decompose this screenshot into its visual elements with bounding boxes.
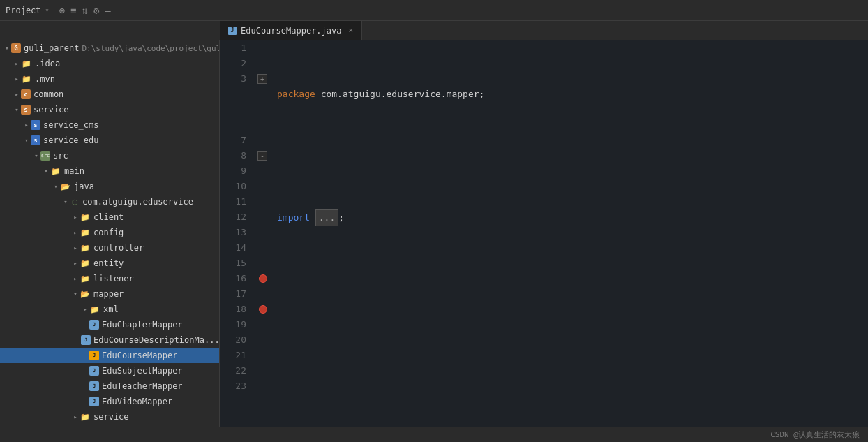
item-label: xml — [103, 304, 119, 314]
sidebar-item-edu-chapter-mapper[interactable]: J EduChapterMapper — [0, 317, 219, 332]
folder-icon — [80, 228, 91, 237]
sidebar-item-edu-subject-mapper[interactable]: J EduSubjectMapper — [0, 363, 219, 378]
sidebar-item-service-cms[interactable]: s service_cms — [0, 117, 219, 133]
sidebar-item-service[interactable]: s service — [0, 102, 219, 117]
fold-icon[interactable]: + — [257, 74, 267, 84]
folder-icon — [80, 259, 91, 267]
sidebar-item-java[interactable]: java — [0, 179, 219, 194]
root-label: guli_parent — [24, 43, 79, 53]
src-icon: src — [40, 151, 50, 161]
module-icon: s — [21, 105, 31, 115]
sidebar-item-service-edu[interactable]: s service_edu — [0, 133, 219, 148]
settings-icon[interactable]: ⚙ — [93, 5, 99, 16]
java-file-icon: J — [89, 320, 99, 330]
item-label: service — [93, 412, 129, 422]
item-label: com.atguigu.eduservice — [82, 197, 193, 207]
arrow-icon — [71, 274, 80, 283]
arrow-icon — [71, 228, 80, 237]
project-label: Project — [6, 6, 41, 15]
sidebar-item-src[interactable]: src src — [0, 148, 219, 163]
item-label: .mvn — [35, 74, 55, 84]
editor-tab[interactable]: J EduCourseMapper.java × — [220, 21, 362, 40]
sidebar-item-mvn[interactable]: .mvn — [0, 71, 219, 87]
arrow-icon — [13, 90, 21, 98]
status-bar: CSDN @认真生活的灰太狼 — [0, 427, 868, 442]
item-label: EduSubjectMapper — [102, 366, 183, 376]
item-label: src — [53, 151, 68, 161]
item-label: entity — [93, 258, 124, 268]
java-file-icon: J — [89, 397, 99, 406]
arrow-icon — [81, 305, 89, 314]
folder-icon — [21, 59, 32, 68]
package-icon: ⬡ — [70, 197, 80, 207]
folder-icon — [21, 75, 32, 83]
breakpoint-icon[interactable] — [259, 305, 267, 314]
sidebar-item-entity[interactable]: entity — [0, 256, 219, 271]
item-label: common — [33, 89, 63, 99]
sidebar-item-config[interactable]: config — [0, 225, 219, 240]
arrow-icon — [22, 136, 31, 145]
java-file-icon: J — [81, 335, 91, 345]
tab-close-button[interactable]: × — [349, 26, 354, 35]
sidebar-item-idea[interactable]: .idea — [0, 56, 219, 71]
item-label: config — [93, 228, 124, 237]
item-label: EduVideoMapper — [102, 397, 172, 406]
fold-icon[interactable]: - — [257, 151, 267, 161]
code-line-2 — [277, 148, 868, 163]
sidebar-item-main[interactable]: main — [0, 163, 219, 179]
root-module-icon: G — [11, 43, 21, 53]
java-file-icon: J — [89, 366, 99, 376]
module-icon: c — [21, 89, 31, 99]
item-label: controller — [93, 243, 144, 253]
list-icon[interactable]: ≡ — [70, 5, 76, 16]
sidebar-item-service-sub[interactable]: service — [0, 409, 219, 425]
arrow-icon — [3, 44, 11, 52]
project-dropdown-icon[interactable]: ▾ — [45, 6, 50, 14]
title-bar: Project ▾ ⊕ ≡ ⇅ ⚙ — — [0, 0, 868, 21]
code-area[interactable]: 1 2 3 4 5 6 7 8 9 10 11 12 13 14 15 16 1… — [220, 40, 868, 427]
folder-icon — [60, 182, 71, 191]
sidebar-item-xml[interactable]: xml — [0, 302, 219, 317]
watermark-text: CSDN @认真生活的灰太狼 — [770, 429, 860, 440]
sidebar-item-mapper[interactable]: mapper — [0, 286, 219, 302]
item-label: client — [93, 212, 124, 222]
item-label: EduCourseMapper — [102, 351, 177, 360]
folder-icon — [80, 413, 91, 421]
item-label: service — [33, 105, 69, 115]
line-numbers: 1 2 3 4 5 6 7 8 9 10 11 12 13 14 15 16 1… — [220, 40, 255, 427]
sidebar-item-common[interactable]: c common — [0, 87, 219, 102]
sidebar-item-edu-teacher-mapper[interactable]: J EduTeacherMapper — [0, 378, 219, 394]
item-label: main — [64, 166, 84, 176]
tab-bar: J EduCourseMapper.java × — [0, 21, 868, 40]
arrow-icon — [42, 167, 50, 175]
item-label: EduCourseDescriptionMa... — [93, 335, 219, 345]
arrow-icon — [71, 413, 80, 421]
item-label: service_cms — [43, 120, 98, 130]
sidebar-item-edu-course-mapper[interactable]: J EduCourseMapper — [0, 348, 219, 363]
sidebar-item-client[interactable]: client — [0, 209, 219, 225]
gutter: + - — [255, 40, 271, 427]
arrow-icon — [61, 198, 70, 206]
add-icon[interactable]: ⊕ — [59, 5, 65, 16]
tab-filename: EduCourseMapper.java — [241, 26, 342, 36]
sidebar-item-package[interactable]: ⬡ com.atguigu.eduservice — [0, 194, 219, 209]
sidebar-item-listener[interactable]: listener — [0, 271, 219, 286]
item-label: service_edu — [43, 135, 98, 145]
sidebar-item-root[interactable]: G guli_parent D:\study\java\code\project… — [0, 40, 219, 56]
folder-icon — [80, 213, 91, 221]
sidebar-item-controller[interactable]: controller — [0, 240, 219, 256]
folder-icon — [80, 274, 91, 283]
arrow-icon — [13, 59, 21, 68]
main-area: G guli_parent D:\study\java\code\project… — [0, 40, 868, 427]
minimize-icon[interactable]: — — [105, 5, 110, 16]
sort-icon[interactable]: ⇅ — [82, 5, 87, 16]
sidebar-item-edu-course-desc-mapper[interactable]: J EduCourseDescriptionMa... — [0, 332, 219, 348]
java-file-icon: J — [228, 27, 237, 35]
code-line-1: package com.atguigu.eduservice.mapper; — [277, 87, 868, 102]
folder-icon — [80, 244, 91, 252]
code-editor: 1 2 3 4 5 6 7 8 9 10 11 12 13 14 15 16 1… — [220, 40, 868, 427]
breakpoint-icon[interactable] — [259, 274, 267, 283]
title-bar-left: Project ▾ ⊕ ≡ ⇅ ⚙ — — [6, 5, 111, 16]
item-label: java — [74, 182, 94, 191]
sidebar-item-edu-video-mapper[interactable]: J EduVideoMapper — [0, 394, 219, 409]
